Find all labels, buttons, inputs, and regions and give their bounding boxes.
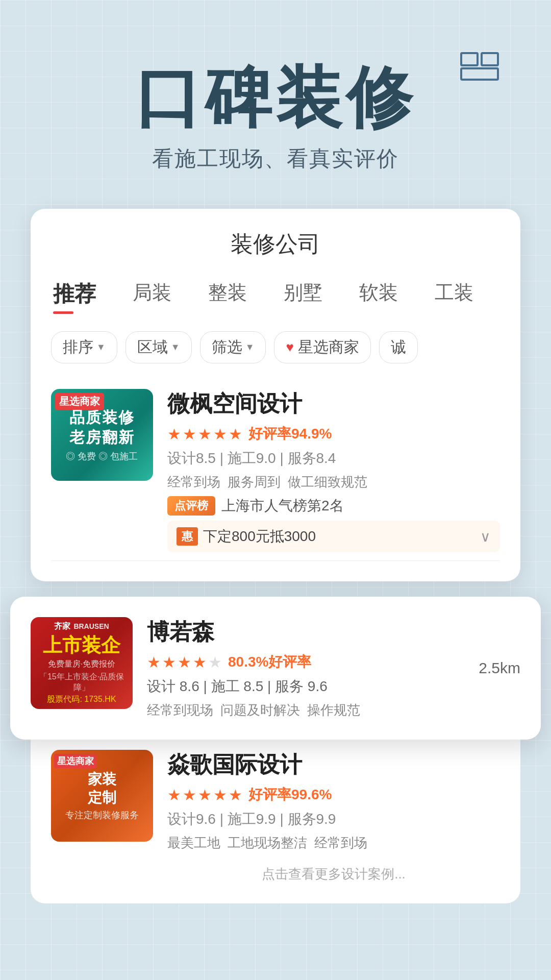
stars-2: ★ ★ ★ ★ ★ — [147, 653, 222, 671]
filter-row: 排序 ▼ 区域 ▼ 筛选 ▼ ♥ 星选商家 诚 — [51, 331, 500, 363]
tab-partial[interactable]: 局装 — [114, 275, 190, 319]
svg-rect-2 — [461, 68, 498, 80]
award-badge-1: 点评榜 — [167, 496, 215, 516]
rating-row-1: ★ ★ ★ ★ ★ 好评率94.9% — [167, 424, 500, 444]
tabs-row: 推荐 局装 整装 别墅 软装 工装 — [51, 275, 500, 319]
promo-icon-1: 惠 — [177, 527, 198, 546]
chevron-down-icon: ▼ — [245, 342, 255, 353]
rating-text-2: 80.3%好评率 — [228, 652, 311, 672]
bottom-hint: 点击查看更多设计案例... — [167, 865, 500, 883]
company-name-3: 焱歌国际设计 — [167, 750, 500, 780]
tags-1: 经常到场 服务周到 做工细致规范 — [167, 473, 500, 491]
svg-rect-1 — [482, 53, 498, 65]
stars-3: ★ ★ ★ ★ ★ — [167, 786, 242, 804]
card-title: 装修公司 — [51, 229, 500, 259]
company-name-1: 微枫空间设计 — [167, 389, 500, 419]
promo-chevron-icon: ∨ — [480, 528, 491, 545]
tab-soft[interactable]: 软装 — [341, 275, 416, 319]
promo-text-1: 下定800元抵3000 — [203, 527, 316, 546]
filter-sort[interactable]: 排序 ▼ — [51, 331, 117, 363]
main-card: 装修公司 推荐 局装 整装 别墅 软装 工装 排序 ▼ 区域 ▼ 筛选 ▼ — [31, 209, 520, 581]
stars-1: ★ ★ ★ ★ ★ — [167, 425, 242, 443]
tags-2: 经常到现场 问题及时解决 操作规范 — [147, 701, 520, 719]
scores-3: 设计9.6 | 施工9.9 | 服务9.9 — [167, 810, 500, 829]
company-item-1[interactable]: 星选商家 品质装修老房翻新 ◎ 免费 ◎ 包施工 微枫空间设计 ★ ★ ★ ★ … — [51, 379, 500, 561]
promo-row-1[interactable]: 惠 下定800元抵3000 ∨ — [167, 521, 500, 552]
tags-3: 最美工地 工地现场整洁 经常到场 — [167, 834, 500, 852]
company-name-2: 博若森 — [147, 617, 520, 647]
floor-plan-icon — [459, 51, 500, 82]
tab-recommended[interactable]: 推荐 — [51, 275, 114, 319]
heart-icon: ♥ — [286, 339, 293, 355]
filter-star-merchants[interactable]: ♥ 星选商家 — [274, 331, 370, 363]
tab-commercial[interactable]: 工装 — [416, 275, 492, 319]
tab-villa[interactable]: 别墅 — [265, 275, 341, 319]
chevron-down-icon: ▼ — [96, 342, 106, 353]
company-item-2: 齐家 BRAUSEN 上市装企 免费量房·免费报价 「15年上市装企·品质保障」… — [31, 617, 520, 719]
star-badge-3: 星选商家 — [54, 754, 97, 768]
award-text-1: 上海市人气榜第2名 — [221, 496, 344, 516]
hero-title: 口碑装修 — [26, 61, 525, 134]
third-section: 星选商家 家装定制 专注定制装修服务 焱歌国际设计 ★ ★ ★ ★ ★ 好评率9… — [31, 734, 520, 903]
company-item-3[interactable]: 星选商家 家装定制 专注定制装修服务 焱歌国际设计 ★ ★ ★ ★ ★ 好评率9… — [51, 750, 500, 883]
rating-row-3: ★ ★ ★ ★ ★ 好评率99.6% — [167, 785, 500, 804]
highlighted-card-2[interactable]: 齐家 BRAUSEN 上市装企 免费量房·免费报价 「15年上市装企·品质保障」… — [10, 597, 541, 740]
company-info-1: 微枫空间设计 ★ ★ ★ ★ ★ 好评率94.9% 设计8.5 | 施工9.0 … — [167, 389, 500, 552]
rating-row-2: ★ ★ ★ ★ ★ 80.3%好评率 — [147, 652, 520, 672]
filter-honest[interactable]: 诚 — [379, 331, 418, 363]
rating-text-3: 好评率99.6% — [248, 785, 332, 804]
distance-badge-2: 2.5km — [479, 659, 520, 677]
star-badge-1: 星选商家 — [55, 393, 104, 410]
filter-screen[interactable]: 筛选 ▼ — [200, 331, 266, 363]
company-info-2: 博若森 ★ ★ ★ ★ ★ 80.3%好评率 设计 8.6 | 施工 8.5 |… — [147, 617, 520, 719]
company-thumb-2: 齐家 BRAUSEN 上市装企 免费量房·免费报价 「15年上市装企·品质保障」… — [31, 617, 133, 709]
chevron-down-icon: ▼ — [171, 342, 180, 353]
scores-2: 设计 8.6 | 施工 8.5 | 服务 9.6 2.5km — [147, 677, 520, 696]
tab-full[interactable]: 整装 — [190, 275, 265, 319]
company-info-3: 焱歌国际设计 ★ ★ ★ ★ ★ 好评率99.6% 设计9.6 | 施工9.9 … — [167, 750, 500, 883]
company-thumb-3: 星选商家 家装定制 专注定制装修服务 — [51, 750, 153, 842]
hero-section: 口碑装修 看施工现场、看真实评价 — [26, 31, 525, 199]
company-thumb-1: 星选商家 品质装修老房翻新 ◎ 免费 ◎ 包施工 — [51, 389, 153, 481]
scores-1: 设计8.5 | 施工9.0 | 服务8.4 — [167, 449, 500, 468]
award-row-1: 点评榜 上海市人气榜第2名 — [167, 496, 500, 516]
filter-area[interactable]: 区域 ▼ — [126, 331, 192, 363]
svg-rect-0 — [461, 53, 478, 65]
hero-subtitle: 看施工现场、看真实评价 — [26, 144, 525, 173]
rating-text-1: 好评率94.9% — [248, 424, 332, 444]
